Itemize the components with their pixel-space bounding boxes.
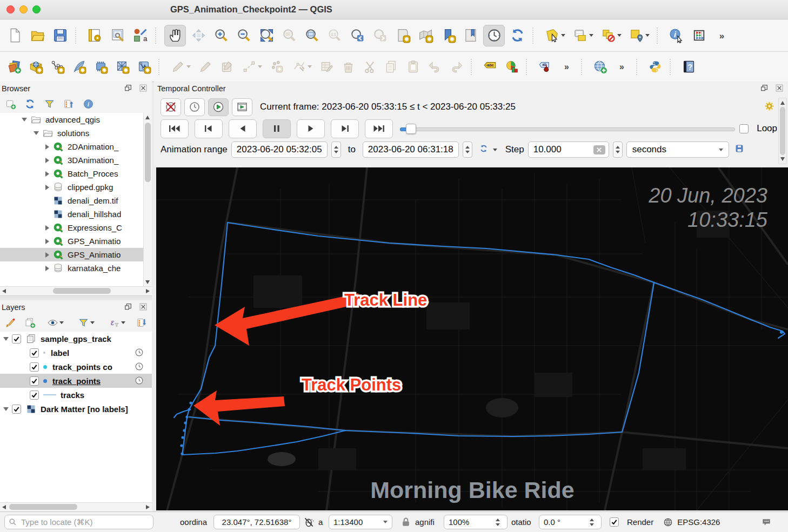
scrollbar-thumb[interactable] xyxy=(53,288,111,294)
fixed-range-mode-button[interactable] xyxy=(184,98,205,116)
new-virtual-layer-button[interactable] xyxy=(91,57,110,77)
browser-tree-item[interactable]: 2DAnimation_ xyxy=(0,140,144,153)
layer-visibility-checkbox[interactable] xyxy=(30,362,39,372)
zoom-native-button[interactable]: 1:1 xyxy=(324,25,345,46)
layer-visibility-checkbox[interactable] xyxy=(12,405,21,414)
play-forward-button[interactable] xyxy=(297,119,325,138)
layers-horizontal-scrollbar[interactable] xyxy=(0,502,152,511)
expand-arrow-icon[interactable] xyxy=(45,225,49,231)
collapse-arrow-icon[interactable] xyxy=(3,407,9,411)
minimize-window-button[interactable] xyxy=(19,5,28,14)
step-spinner[interactable] xyxy=(613,142,623,158)
layer-item-label[interactable]: label xyxy=(0,346,152,360)
copy-features-button[interactable] xyxy=(382,57,401,77)
refresh-map-button[interactable] xyxy=(507,25,527,46)
browser-refresh-button[interactable] xyxy=(23,97,37,111)
movie-mode-button[interactable] xyxy=(232,98,252,116)
browser-tree-item[interactable]: Expressions_C xyxy=(0,221,144,234)
expand-arrow-icon[interactable] xyxy=(45,239,49,244)
layer-visibility-checkbox[interactable] xyxy=(30,390,39,400)
scroll-left-icon[interactable] xyxy=(2,505,6,509)
range-end-input[interactable]: 2023-06-20 06:31:18 xyxy=(363,142,459,158)
browser-tree-item[interactable]: 3DAnimation_ xyxy=(0,153,144,167)
play-backward-button[interactable] xyxy=(229,119,257,138)
label-toolbar-overflow-button[interactable]: » xyxy=(557,57,576,77)
temporal-layer-clock-icon[interactable] xyxy=(134,361,144,373)
save-project-button[interactable] xyxy=(50,25,70,46)
open-project-button[interactable] xyxy=(27,25,48,46)
temporal-layer-clock-icon[interactable] xyxy=(134,375,144,387)
scale-select[interactable]: 1:13400 xyxy=(329,515,392,529)
scroll-right-icon[interactable] xyxy=(146,505,150,509)
browser-filter-button[interactable] xyxy=(42,97,57,111)
browser-tree-item[interactable]: denali_hillshad xyxy=(0,207,144,221)
style-manager-button[interactable]: a xyxy=(130,25,150,46)
open-layer-styling-button[interactable] xyxy=(3,315,18,330)
pause-button[interactable] xyxy=(263,119,291,138)
browser-tree-item[interactable]: GPS_Animatio xyxy=(0,234,144,248)
metasearch-button[interactable] xyxy=(590,57,610,77)
scrollbar-thumb[interactable] xyxy=(780,107,785,155)
range-start-spinner[interactable] xyxy=(331,142,341,158)
step-input[interactable]: 10.000 xyxy=(528,142,609,158)
new-mesh-layer-button[interactable] xyxy=(112,57,132,77)
next-frame-button[interactable] xyxy=(331,119,359,138)
new-shapefile-layer-button[interactable] xyxy=(48,57,67,77)
dropdown-arrow-icon[interactable] xyxy=(589,34,593,37)
expand-collapse-all-button[interactable] xyxy=(135,315,149,330)
layer-item-sample-gps-track[interactable]: sample_gps_track xyxy=(0,332,152,346)
select-by-location-button[interactable] xyxy=(626,25,652,46)
range-start-input[interactable]: 2023-06-20 05:32:05 xyxy=(231,142,328,158)
new-map-view-button[interactable] xyxy=(392,25,413,46)
dropdown-arrow-icon[interactable] xyxy=(90,321,95,324)
save-layer-edits-button[interactable] xyxy=(217,57,237,77)
scroll-down-icon[interactable] xyxy=(145,280,150,284)
zoom-to-layer-button[interactable] xyxy=(302,25,322,46)
add-layer-definition-button[interactable] xyxy=(3,97,18,111)
browser-tree-item[interactable]: Batch_Proces xyxy=(0,167,144,180)
dropdown-arrow-icon[interactable] xyxy=(645,34,650,37)
loop-checkbox[interactable] xyxy=(739,124,749,133)
new-spatialite-layer-button[interactable] xyxy=(69,57,89,77)
temporal-navigation-off-button[interactable] xyxy=(161,98,181,116)
magnifier-input[interactable]: 100% xyxy=(444,515,507,529)
layer-diagram-button[interactable] xyxy=(502,57,521,77)
show-spatial-bookmarks-button[interactable] xyxy=(460,25,481,46)
browser-vertical-scrollbar[interactable] xyxy=(143,113,152,287)
jump-to-start-button[interactable] xyxy=(161,119,189,138)
help-button[interactable]: ? xyxy=(679,57,698,77)
manage-map-themes-button[interactable] xyxy=(42,315,68,330)
browser-horizontal-scrollbar[interactable] xyxy=(0,286,152,295)
scroll-right-icon[interactable] xyxy=(146,289,150,293)
render-checkbox[interactable] xyxy=(610,517,619,527)
lock-scale-icon[interactable] xyxy=(400,517,411,528)
expand-arrow-icon[interactable] xyxy=(45,144,49,150)
crs-globe-icon[interactable] xyxy=(663,517,673,528)
data-source-manager-button[interactable] xyxy=(4,57,24,77)
collapse-arrow-icon[interactable] xyxy=(22,118,27,122)
layer-item-dark-matter-no-labels-[interactable]: Dark Matter [no labels] xyxy=(0,402,152,416)
temporal-vertical-scrollbar[interactable] xyxy=(778,98,787,164)
identify-features-button[interactable]: i xyxy=(666,25,686,46)
close-window-button[interactable] xyxy=(6,5,15,14)
expand-arrow-icon[interactable] xyxy=(45,171,49,177)
pan-to-selection-button[interactable] xyxy=(188,25,209,46)
browser-tree-item[interactable]: advanced_qgis xyxy=(0,113,144,126)
zoom-next-button[interactable] xyxy=(370,25,390,46)
export-animation-icon[interactable] xyxy=(735,144,744,156)
dropdown-arrow-icon[interactable] xyxy=(258,65,262,68)
select-features-by-value-button[interactable] xyxy=(570,25,596,46)
web-toolbar-overflow-button[interactable]: » xyxy=(612,57,631,77)
new-print-layout-button[interactable] xyxy=(84,25,105,46)
scroll-left-icon[interactable] xyxy=(2,289,6,293)
dropdown-arrow-icon[interactable] xyxy=(617,34,622,37)
close-panel-icon[interactable] xyxy=(139,302,148,313)
animated-navigation-button[interactable] xyxy=(208,98,229,116)
toggle-editing-button[interactable] xyxy=(196,57,215,77)
scroll-down-icon[interactable] xyxy=(780,157,785,161)
browser-tree-item[interactable]: GPS_Animatio xyxy=(0,248,144,261)
layer-labeling-button[interactable]: abc xyxy=(480,57,499,77)
animation-slider[interactable] xyxy=(400,123,735,134)
select-features-button[interactable] xyxy=(542,25,567,46)
zoom-in-button[interactable] xyxy=(211,25,231,46)
